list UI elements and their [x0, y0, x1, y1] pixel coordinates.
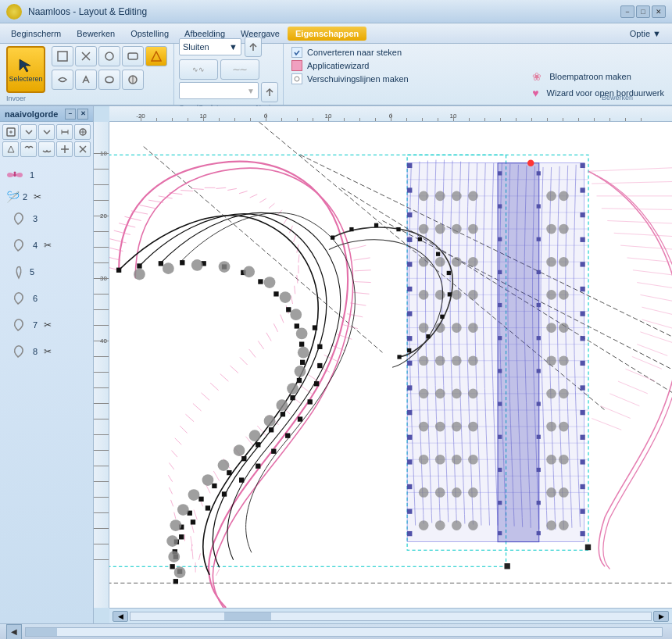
ruler-top: -20 10 0 10 0 10	[109, 106, 672, 122]
menu-beginscherm[interactable]: Beginscherm	[3, 27, 69, 41]
sequence-item-3[interactable]: 3	[3, 208, 90, 230]
svg-point-269	[435, 257, 445, 267]
sequence-item-6[interactable]: 6	[3, 287, 90, 309]
sequence-item-8[interactable]: 8 ✂	[3, 341, 90, 362]
seq-icon-7	[6, 314, 30, 336]
svg-point-173	[218, 459, 230, 471]
naaien-btn-right[interactable]	[261, 82, 278, 102]
menu-bewerken[interactable]: Bewerken	[69, 27, 123, 41]
tb-btn-9[interactable]	[122, 70, 144, 90]
svg-point-265	[435, 224, 445, 234]
converteren-check[interactable]	[291, 47, 302, 58]
tb-btn-6[interactable]	[52, 70, 73, 90]
seq-icon-8	[6, 341, 30, 362]
svg-point-280	[419, 355, 429, 366]
svg-rect-253	[537, 336, 541, 340]
svg-point-164	[290, 309, 302, 320]
panel-tb-btn-4[interactable]	[56, 124, 73, 140]
sluiten-dropdown-wrap: Sluiten ▼	[179, 37, 278, 57]
svg-point-323	[559, 487, 569, 498]
select-button[interactable]: Selecteren	[6, 46, 45, 93]
svg-point-163	[280, 291, 291, 303]
naaien-dropdown[interactable]: ▼	[179, 82, 259, 99]
svg-rect-251	[537, 270, 541, 274]
status-thumb[interactable]	[26, 628, 57, 636]
wave-btn-1[interactable]: ∿∿	[179, 59, 218, 80]
svg-rect-14	[109, 122, 672, 608]
svg-rect-130	[256, 442, 260, 447]
canvas[interactable]	[109, 122, 672, 608]
sequence-item-2[interactable]: 🪡 2 ✂	[3, 191, 90, 203]
tb-btn-1[interactable]	[52, 46, 73, 66]
sequence-item-4[interactable]: 4 ✂	[3, 234, 90, 256]
panel-tb-btn-7[interactable]	[20, 141, 37, 157]
tb-btn-7[interactable]	[75, 70, 97, 90]
panel-tb-btn-3[interactable]	[38, 124, 55, 140]
wave-btn-2[interactable]: ⁓⁓	[220, 59, 259, 80]
sluiten-dropdown[interactable]: Sluiten ▼	[179, 38, 241, 55]
seq-icon-1	[3, 164, 27, 186]
svg-rect-228	[580, 361, 584, 366]
panel-controls: − ✕	[65, 109, 88, 120]
panel-tb-btn-6[interactable]	[2, 141, 19, 157]
svg-point-312	[546, 323, 556, 333]
status-track[interactable]	[25, 627, 663, 637]
svg-rect-243	[498, 402, 502, 405]
wizard-row: ♥ Wizard voor open borduurwerk	[532, 87, 664, 99]
svg-rect-128	[281, 412, 285, 416]
tb-btn-8[interactable]	[98, 70, 120, 90]
tb-btn-3[interactable]	[98, 46, 120, 66]
sluiten-value: Sluiten	[183, 42, 209, 52]
svg-rect-233	[580, 484, 584, 489]
panel-tb-btn-10[interactable]	[74, 141, 91, 157]
scroll-right-btn[interactable]: ▶	[653, 611, 669, 622]
svg-rect-153	[179, 534, 184, 539]
canvas-wrap: -20 10 0 10 0 10	[94, 106, 672, 623]
sluiten-btn-right[interactable]	[245, 37, 262, 57]
option-button[interactable]: Optie ▼	[622, 27, 669, 41]
menu-opstelling[interactable]: Opstelling	[123, 27, 177, 41]
svg-rect-116	[180, 260, 184, 265]
applicatie-check[interactable]	[291, 60, 302, 71]
sequence-item-7[interactable]: 7 ✂	[3, 314, 90, 336]
svg-point-13	[14, 172, 16, 174]
svg-point-169	[276, 399, 288, 411]
maximize-button[interactable]: □	[636, 5, 650, 18]
panel-tb-btn-1[interactable]	[2, 124, 19, 140]
svg-point-271	[468, 257, 478, 267]
tb-btn-4[interactable]	[122, 46, 144, 66]
svg-rect-225	[580, 287, 584, 291]
nav-button[interactable]: ◀	[6, 624, 22, 640]
panel-close-btn[interactable]: ✕	[77, 109, 88, 120]
window-title: Naamloos - Layout & Editing	[28, 6, 620, 17]
close-button[interactable]: ✕	[652, 5, 666, 18]
svg-point-315	[559, 355, 569, 366]
select-section-label: Invoer	[6, 95, 167, 102]
sequence-item-1[interactable]: 1	[3, 164, 90, 186]
svg-point-285	[435, 389, 445, 399]
svg-rect-208	[407, 262, 412, 266]
panel-tb-btn-9[interactable]	[56, 141, 73, 157]
seq-num-8: 8	[33, 347, 38, 356]
scroll-track[interactable]	[130, 612, 652, 621]
scroll-thumb[interactable]	[224, 612, 271, 620]
svg-rect-254	[537, 369, 541, 373]
scroll-left-btn[interactable]: ◀	[113, 611, 128, 622]
scrollbar-bottom[interactable]: ◀ ▶	[109, 608, 672, 623]
sequence-item-5[interactable]: 5	[3, 261, 90, 283]
tb-btn-5[interactable]	[145, 46, 167, 66]
minimize-button[interactable]: −	[620, 5, 634, 18]
verschuiving-check[interactable]	[291, 73, 302, 84]
panel-pin-btn[interactable]: −	[65, 109, 76, 120]
svg-rect-210	[407, 311, 412, 316]
svg-point-175	[188, 489, 200, 501]
tb-btn-2[interactable]	[75, 46, 97, 66]
svg-point-314	[546, 355, 556, 366]
svg-point-311	[559, 290, 569, 300]
svg-rect-359	[397, 355, 401, 359]
panel-tb-btn-8[interactable]	[38, 141, 55, 157]
panel-tb-btn-5[interactable]	[74, 124, 91, 140]
panel-tb-btn-2[interactable]	[20, 124, 37, 140]
svg-point-289	[435, 422, 445, 432]
menu-eigenschappen[interactable]: Eigenschappen	[288, 27, 366, 41]
